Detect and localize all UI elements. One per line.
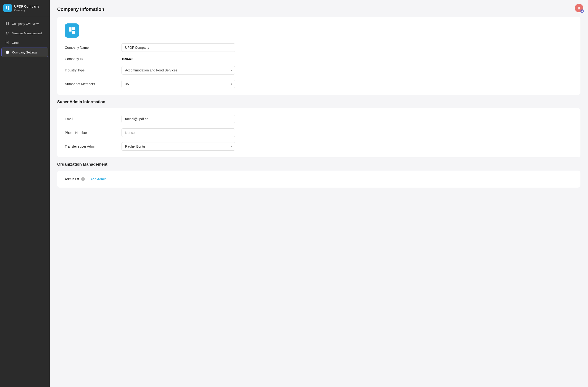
industry-type-label: Industry Type — [65, 68, 117, 72]
sidebar-item-company-settings-label: Company Settings — [12, 51, 37, 54]
avatar-badge — [580, 9, 584, 13]
svg-point-8 — [8, 32, 8, 33]
number-of-members-select[interactable]: <5 5-10 10-50 50-100 100+ — [122, 80, 235, 88]
phone-number-input[interactable] — [122, 129, 235, 137]
transfer-super-admin-label: Transfer super Admin — [65, 145, 117, 148]
phone-number-row: Phone Number — [65, 129, 573, 137]
company-id-value: 109640 — [122, 57, 133, 61]
sidebar-nav: Company Overview Member Management — [0, 16, 50, 60]
sidebar-item-member-management-label: Member Management — [12, 31, 42, 35]
company-name-label: Company Name — [65, 46, 117, 49]
sidebar-item-member-management[interactable]: Member Management — [1, 29, 48, 38]
updf-logo-icon — [5, 5, 10, 11]
company-logo-icon — [65, 23, 79, 38]
email-row: Email — [65, 115, 573, 123]
sidebar-item-company-settings[interactable]: Company Settings — [1, 47, 48, 57]
app-title-block: UPDF Company Company — [14, 4, 39, 12]
org-management-section-heading: Organization Management — [57, 162, 580, 167]
svg-rect-5 — [6, 24, 6, 24]
admin-list-row: Admin list i Add Admin — [65, 177, 573, 181]
user-avatar[interactable]: R — [575, 4, 583, 12]
number-of-members-label: Number of Members — [65, 82, 117, 86]
app-logo — [3, 4, 12, 12]
svg-rect-2 — [8, 24, 9, 25]
transfer-super-admin-select-wrapper: Rachel Bontu ▾ — [122, 142, 235, 151]
number-of-members-select-wrapper: <5 5-10 10-50 50-100 100+ ▾ — [122, 80, 235, 88]
main-content: R Company Infomation Company Name — [50, 0, 588, 387]
sidebar-item-order[interactable]: Order — [1, 38, 48, 47]
sidebar: UPDF Company Company Company Overview — [0, 0, 50, 387]
svg-rect-6 — [7, 24, 7, 24]
number-of-members-row: Number of Members <5 5-10 10-50 50-100 1… — [65, 80, 573, 88]
industry-type-select-wrapper: Accommodation and Food Services Agricult… — [122, 66, 235, 75]
shield-icon — [581, 10, 583, 12]
industry-type-select[interactable]: Accommodation and Food Services Agricult… — [122, 66, 235, 75]
email-label: Email — [65, 117, 117, 121]
svg-point-7 — [6, 32, 7, 33]
company-name-input[interactable] — [122, 43, 235, 52]
order-icon — [5, 41, 9, 45]
add-admin-button[interactable]: Add Admin — [91, 177, 107, 181]
svg-rect-4 — [7, 23, 7, 23]
updf-company-logo-icon — [68, 26, 76, 35]
company-id-label: Company ID — [65, 57, 117, 61]
page-title: Company Infomation — [57, 7, 580, 12]
super-admin-card: Email Phone Number Transfer super Admin … — [57, 108, 580, 157]
sidebar-item-order-label: Order — [12, 41, 20, 44]
phone-number-label: Phone Number — [65, 131, 117, 135]
company-name-row: Company Name — [65, 43, 573, 52]
company-id-row: Company ID 109640 — [65, 57, 573, 61]
company-info-card: Company Name Company ID 109640 Industry … — [57, 17, 580, 95]
avatar-letter: R — [578, 6, 580, 10]
building-icon — [5, 22, 9, 26]
app-name: UPDF Company — [14, 4, 39, 8]
sidebar-item-company-overview[interactable]: Company Overview — [1, 19, 48, 28]
sidebar-header: UPDF Company Company — [0, 0, 50, 16]
people-icon — [5, 31, 9, 35]
admin-list-label: Admin list — [65, 177, 79, 181]
svg-rect-1 — [8, 22, 9, 24]
svg-rect-3 — [6, 23, 6, 23]
company-logo-area — [65, 23, 573, 38]
top-right-avatar-area: R — [575, 4, 583, 12]
sidebar-item-company-overview-label: Company Overview — [12, 22, 39, 25]
industry-type-row: Industry Type Accommodation and Food Ser… — [65, 66, 573, 75]
super-admin-section-heading: Super Admin Information — [57, 100, 580, 104]
transfer-super-admin-row: Transfer super Admin Rachel Bontu ▾ — [65, 142, 573, 151]
gear-icon — [5, 50, 10, 54]
transfer-super-admin-select[interactable]: Rachel Bontu — [122, 142, 235, 151]
email-input[interactable] — [122, 115, 235, 123]
info-icon[interactable]: i — [81, 177, 85, 181]
org-management-card: Admin list i Add Admin — [57, 171, 580, 188]
app-subtitle: Company — [14, 9, 39, 12]
